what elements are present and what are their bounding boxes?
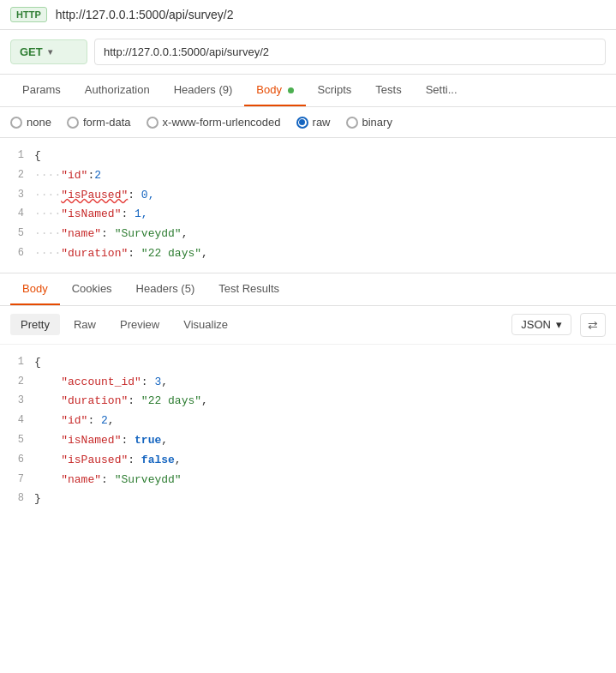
resp-line-5: 5 "isNamed": true, xyxy=(0,431,616,451)
view-raw-button[interactable]: Raw xyxy=(63,314,106,335)
radio-circle-binary xyxy=(346,117,358,129)
tab-params[interactable]: Params xyxy=(10,75,73,106)
resp-line-2: 2 "account_id": 3, xyxy=(0,373,616,393)
view-visualize-button[interactable]: Visualize xyxy=(173,314,238,335)
url-input[interactable] xyxy=(94,39,606,65)
response-tab-headers[interactable]: Headers (5) xyxy=(124,273,207,305)
tab-authorization[interactable]: Authorization xyxy=(73,75,162,106)
format-label: JSON xyxy=(521,318,551,331)
radio-circle-form-data xyxy=(67,117,79,129)
radio-label-none: none xyxy=(27,116,51,129)
method-select[interactable]: GET ▾ xyxy=(10,39,87,64)
resp-line-6: 6 "isPaused": false, xyxy=(0,451,616,471)
method-label: GET xyxy=(20,45,43,58)
req-line-5: 5 ····"name": "Surveydd", xyxy=(0,225,616,244)
radio-circle-raw xyxy=(296,117,308,129)
request-tabs: Params Authorization Headers (9) Body Sc… xyxy=(0,75,616,107)
req-line-2: 2 ····"id":2 xyxy=(0,166,616,186)
req-line-6: 6 ····"duration": "22 days", xyxy=(0,244,616,264)
tab-scripts[interactable]: Scripts xyxy=(306,75,364,106)
wrap-icon: ⇄ xyxy=(588,318,598,332)
radio-form-data[interactable]: form-data xyxy=(67,116,131,129)
radio-circle-urlencoded xyxy=(147,117,158,129)
response-tab-body[interactable]: Body xyxy=(10,273,60,305)
response-toolbar: Pretty Raw Preview Visualize JSON ▾ ⇄ xyxy=(0,306,616,345)
radio-label-form-data: form-data xyxy=(83,116,131,129)
resp-line-8: 8 } xyxy=(0,490,616,509)
resp-line-3: 3 "duration": "22 days", xyxy=(0,392,616,412)
radio-binary[interactable]: binary xyxy=(346,116,392,129)
resp-line-1: 1 { xyxy=(0,353,616,373)
radio-label-urlencoded: x-www-form-urlencoded xyxy=(163,116,281,129)
http-badge: HTTP xyxy=(10,7,47,22)
request-code-area: 1 { 2 ····"id":2 3 ····"isPaused": 0, 4 … xyxy=(0,138,616,273)
view-pretty-button[interactable]: Pretty xyxy=(10,314,60,335)
chevron-down-icon: ▾ xyxy=(48,47,52,57)
req-line-4: 4 ····"isNamed": 1, xyxy=(0,205,616,225)
tab-headers[interactable]: Headers (9) xyxy=(162,75,245,106)
response-tabs: Body Cookies Headers (5) Test Results xyxy=(0,273,616,306)
radio-circle-none xyxy=(10,117,22,129)
radio-none[interactable]: none xyxy=(10,116,51,129)
request-bar: GET ▾ xyxy=(0,30,616,75)
tab-settings[interactable]: Setti... xyxy=(414,75,469,106)
format-select[interactable]: JSON ▾ xyxy=(511,314,571,335)
radio-raw[interactable]: raw xyxy=(296,116,331,129)
radio-urlencoded[interactable]: x-www-form-urlencoded xyxy=(147,116,281,129)
response-tab-cookies[interactable]: Cookies xyxy=(60,273,124,305)
radio-label-raw: raw xyxy=(313,116,331,129)
tab-tests[interactable]: Tests xyxy=(363,75,413,106)
view-preview-button[interactable]: Preview xyxy=(110,314,170,335)
resp-line-7: 7 "name": "Surveydd" xyxy=(0,471,616,490)
response-tab-test-results[interactable]: Test Results xyxy=(206,273,291,305)
resp-line-4: 4 "id": 2, xyxy=(0,412,616,431)
req-line-3: 3 ····"isPaused": 0, xyxy=(0,186,616,206)
radio-label-binary: binary xyxy=(362,116,392,129)
body-options: none form-data x-www-form-urlencoded raw… xyxy=(0,107,616,138)
title-url: http://127.0.0.1:5000/api/survey/2 xyxy=(56,8,234,21)
chevron-down-icon: ▾ xyxy=(556,318,562,331)
tab-body[interactable]: Body xyxy=(244,75,305,106)
req-line-1: 1 { xyxy=(0,147,616,166)
title-bar: HTTP http://127.0.0.1:5000/api/survey/2 xyxy=(0,0,616,30)
response-code-area: 1 { 2 "account_id": 3, 3 "duration": "22… xyxy=(0,345,616,518)
body-dot xyxy=(288,87,294,93)
wrap-button[interactable]: ⇄ xyxy=(580,313,606,337)
